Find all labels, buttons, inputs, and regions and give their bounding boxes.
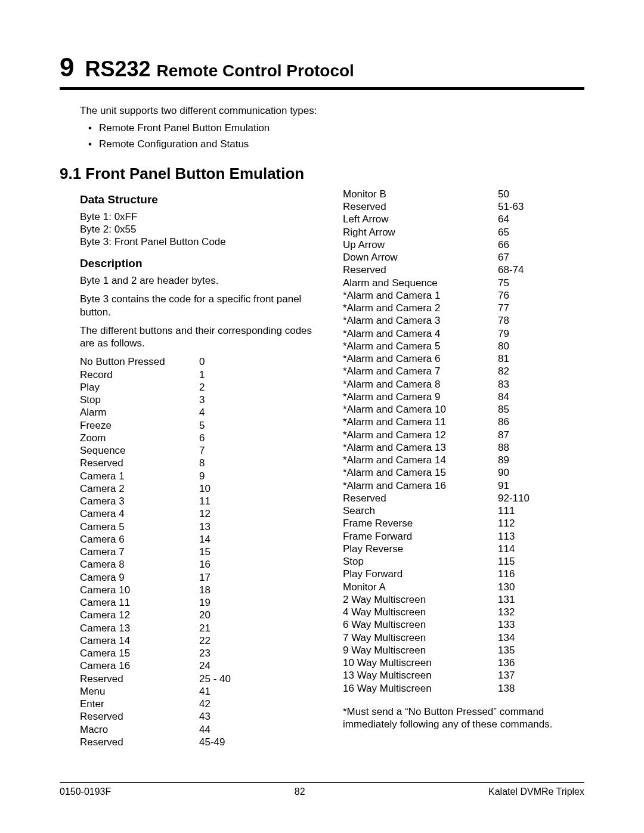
code-label: Alarm [80, 406, 199, 419]
code-value: 45-49 [199, 736, 253, 748]
chapter-title-rest: Remote Control Protocol [157, 61, 354, 80]
code-label: 2 Way Multiscreen [343, 593, 498, 606]
code-label: Frame Reverse [343, 517, 498, 529]
code-row: 7 Way Multiscreen134 [343, 631, 584, 644]
code-value: 5 [199, 419, 253, 432]
description-para-2: Byte 3 contains the code for a specific … [80, 293, 321, 318]
code-label: *Alarm and Camera 11 [343, 416, 498, 428]
code-label: Stop [80, 394, 199, 406]
code-row: Right Arrow65 [343, 226, 584, 239]
code-label: *Alarm and Camera 16 [343, 479, 498, 492]
code-row: *Alarm and Camera 176 [343, 289, 584, 302]
code-row: 9 Way Multiscreen135 [343, 644, 584, 657]
code-label: Play Forward [343, 568, 498, 580]
code-label: Reserved [343, 492, 498, 504]
code-label: *Alarm and Camera 12 [343, 429, 498, 441]
code-label: Reserved [80, 673, 199, 685]
code-value: 23 [199, 647, 253, 659]
code-row: Camera 311 [80, 495, 321, 507]
code-value: 3 [199, 394, 253, 406]
code-row: Reserved68-74 [343, 264, 584, 276]
code-row: Camera 513 [80, 521, 321, 533]
code-value: 92-110 [498, 492, 552, 504]
code-value: 86 [498, 416, 552, 428]
code-row: *Alarm and Camera 1691 [343, 479, 584, 492]
code-row: *Alarm and Camera 1590 [343, 466, 584, 479]
chapter-title-strong: RS232 [85, 57, 150, 82]
code-value: 7 [199, 444, 253, 457]
code-value: 112 [498, 517, 552, 529]
code-label: *Alarm and Camera 8 [343, 378, 498, 391]
code-value: 115 [498, 555, 552, 568]
code-row: Reserved45-49 [80, 736, 321, 748]
code-label: *Alarm and Camera 15 [343, 466, 498, 479]
code-value: 25 - 40 [199, 673, 253, 685]
code-row: Camera 614 [80, 533, 321, 546]
code-row: Play2 [80, 381, 321, 394]
code-row: *Alarm and Camera 782 [343, 365, 584, 377]
code-row: Camera 715 [80, 546, 321, 558]
code-label: Sequence [80, 444, 199, 457]
code-value: 24 [199, 659, 253, 672]
code-value: 116 [498, 568, 552, 580]
code-label: Left Arrow [343, 213, 498, 225]
code-value: 14 [199, 533, 253, 546]
code-value: 43 [199, 710, 253, 723]
code-label: Monitor B [343, 188, 498, 200]
byte-line: Byte 1: 0xFF [80, 210, 321, 223]
code-value: 22 [199, 634, 253, 647]
code-label: Camera 7 [80, 546, 199, 558]
code-value: 65 [498, 226, 552, 239]
code-value: 132 [498, 606, 552, 618]
code-label: Reserved [80, 457, 199, 469]
code-row: Camera 917 [80, 571, 321, 584]
code-value: 89 [498, 454, 552, 466]
code-row: *Alarm and Camera 479 [343, 327, 584, 340]
code-row: Reserved43 [80, 710, 321, 723]
intro-block: The unit supports two different communic… [80, 104, 584, 151]
code-row: Camera 210 [80, 482, 321, 495]
code-value: 85 [498, 403, 552, 416]
code-label: Alarm and Sequence [343, 277, 498, 289]
code-row: Sequence7 [80, 444, 321, 457]
code-row: Macro44 [80, 723, 321, 736]
code-label: Reserved [343, 264, 498, 276]
code-value: 91 [498, 479, 552, 492]
code-label: *Alarm and Camera 4 [343, 327, 498, 340]
code-row: *Alarm and Camera 883 [343, 378, 584, 391]
code-row: Alarm4 [80, 406, 321, 419]
code-row: Camera 816 [80, 558, 321, 571]
code-value: 42 [199, 698, 253, 710]
code-label: *Alarm and Camera 13 [343, 441, 498, 454]
code-label: Camera 2 [80, 482, 199, 495]
code-row: 10 Way Multiscreen136 [343, 657, 584, 669]
code-label: Zoom [80, 432, 199, 444]
code-label: *Alarm and Camera 7 [343, 365, 498, 377]
code-label: Camera 3 [80, 495, 199, 507]
code-value: 130 [498, 581, 552, 593]
code-row: Camera 19 [80, 470, 321, 482]
code-value: 1 [199, 368, 253, 381]
code-label: *Alarm and Camera 5 [343, 340, 498, 352]
code-row: No Button Pressed0 [80, 355, 321, 368]
code-row: 16 Way Multiscreen138 [343, 682, 584, 695]
code-label: *Alarm and Camera 9 [343, 391, 498, 403]
left-code-table: No Button Pressed0Record1Play2Stop3Alarm… [80, 355, 321, 748]
code-label: Monitor A [343, 581, 498, 593]
code-value: 90 [498, 466, 552, 479]
code-value: 51-63 [498, 200, 552, 213]
section-heading: 9.1 Front Panel Button Emulation [60, 165, 584, 183]
intro-lead: The unit supports two different communic… [80, 104, 584, 118]
code-value: 84 [498, 391, 552, 403]
code-label: Camera 14 [80, 634, 199, 647]
code-row: *Alarm and Camera 1388 [343, 441, 584, 454]
code-row: Camera 1523 [80, 647, 321, 659]
code-value: 64 [498, 213, 552, 225]
code-label: Stop [343, 555, 498, 568]
code-label: Camera 6 [80, 533, 199, 546]
code-label: Reserved [343, 200, 498, 213]
code-label: Record [80, 368, 199, 381]
footer-page-number: 82 [295, 786, 305, 797]
code-value: 50 [498, 188, 552, 200]
code-value: 137 [498, 669, 552, 682]
